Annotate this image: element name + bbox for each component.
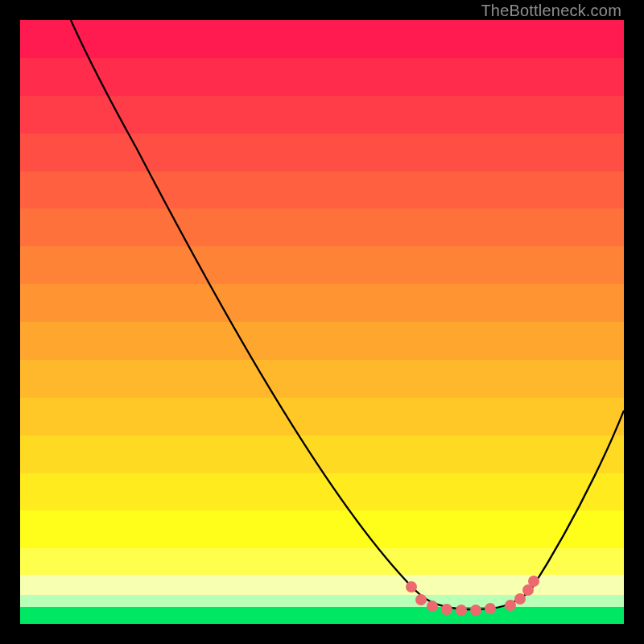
highlight-dot [427,601,438,612]
highlight-dot [528,576,539,587]
chart-plot-area [20,20,624,624]
highlight-dot [470,605,481,616]
chart-frame: TheBottleneck.com [0,0,644,644]
highlight-dot [415,594,427,605]
attribution-text: TheBottleneck.com [481,2,621,20]
curve-line [71,20,624,609]
highlight-dot [505,600,516,611]
highlight-dot [514,593,526,605]
curve-highlight-dots [406,576,539,616]
highlight-dot [406,581,417,592]
highlight-dot [456,605,467,616]
highlight-dot [485,603,496,614]
highlight-dot [441,604,452,615]
bottleneck-curve [20,20,624,624]
